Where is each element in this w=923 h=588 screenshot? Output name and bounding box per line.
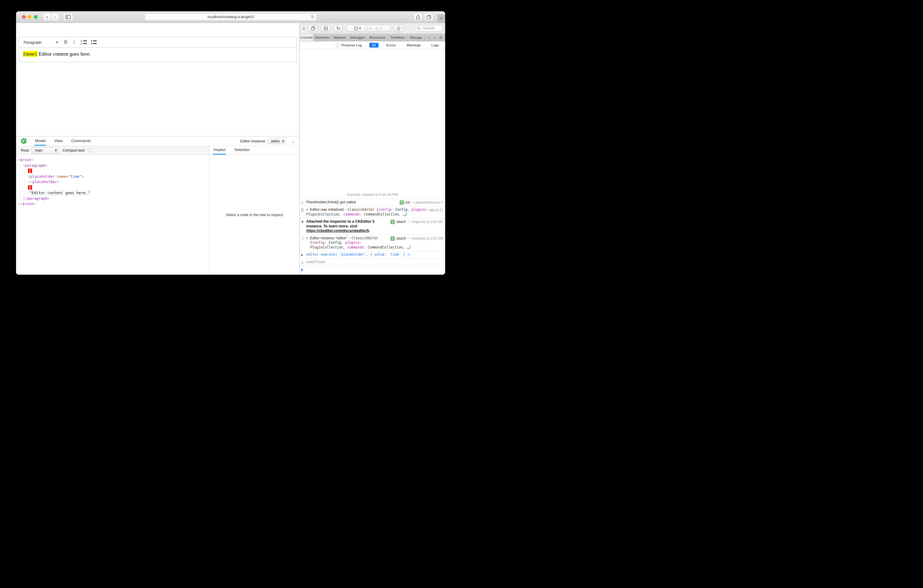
tab-timelines[interactable]: Timelines bbox=[388, 34, 407, 41]
tree-token: > bbox=[57, 179, 59, 184]
filter-logs[interactable]: Logs bbox=[429, 43, 442, 48]
source-location[interactable]: — inspector.js:133:182 bbox=[407, 220, 443, 225]
message-text: editor.execute( 'placeholder', { value: … bbox=[306, 252, 443, 257]
disclosure-expanded-icon[interactable] bbox=[301, 221, 304, 223]
text-segment: plugins bbox=[345, 240, 360, 245]
compact-text-checkbox[interactable] bbox=[88, 148, 92, 152]
message-line: {config: Config, plugins: bbox=[306, 240, 388, 245]
source-location[interactable]: — inspector.js:133:326 bbox=[407, 237, 443, 241]
minimize-window-button[interactable] bbox=[28, 15, 31, 19]
tab-selection[interactable]: Selection bbox=[234, 146, 250, 154]
tree-token: > bbox=[31, 158, 34, 162]
tab-inspect[interactable]: Inspect bbox=[213, 146, 226, 154]
console-message: Editor instance "editor" – ClassicEditor… bbox=[300, 235, 445, 251]
tab-console[interactable]: Console bbox=[300, 34, 314, 41]
tree-node[interactable]: [ bbox=[18, 168, 209, 174]
root-select[interactable]: main bbox=[31, 147, 58, 154]
editor-instance-select[interactable]: editor bbox=[268, 138, 286, 144]
web-inspector: × ↻ bbox=[299, 23, 445, 275]
dock-icon bbox=[324, 26, 328, 30]
message-gutter bbox=[301, 200, 306, 205]
tab-network[interactable]: Network bbox=[332, 34, 348, 41]
editor-editable-area[interactable]: {time} Editor content goes here. bbox=[19, 48, 297, 62]
window-content: Paragraph ▼ B I 1 2 {time} Editor c bbox=[16, 23, 445, 275]
placeholder-widget[interactable]: {time} bbox=[23, 51, 38, 57]
forward-button[interactable]: › bbox=[51, 13, 59, 21]
share-button[interactable] bbox=[414, 13, 422, 21]
tree-node[interactable]: <placeholder name="time"> bbox=[18, 174, 209, 179]
tree-token: = bbox=[66, 174, 68, 179]
function-name: init bbox=[405, 200, 410, 205]
tab-model[interactable]: Model bbox=[34, 136, 46, 146]
italic-button[interactable]: I bbox=[70, 39, 78, 45]
function-badge-icon: f bbox=[400, 200, 404, 205]
detach-inspector-button[interactable] bbox=[309, 25, 318, 32]
message-gutter bbox=[301, 236, 306, 240]
editor-text: Editor content goes here. bbox=[38, 51, 91, 57]
tree-token: name bbox=[55, 174, 66, 179]
add-tab-icon[interactable]: + bbox=[434, 36, 436, 39]
tree-node[interactable]: </$root> bbox=[18, 201, 209, 207]
new-tab-button[interactable]: + bbox=[437, 14, 445, 23]
close-inspector-button[interactable]: × bbox=[302, 26, 306, 31]
node-inspector-tabs: InspectSelection bbox=[209, 146, 299, 155]
paragraph-style-dropdown[interactable]: Paragraph ▼ bbox=[19, 40, 62, 44]
dock-side-button[interactable] bbox=[321, 25, 330, 32]
tab-commands[interactable]: Commands bbox=[71, 136, 91, 146]
root-label: Root: bbox=[21, 148, 30, 153]
tree-node[interactable]: ] bbox=[18, 185, 209, 191]
collapse-inspector-icon[interactable]: ⌄ bbox=[291, 138, 296, 144]
bold-button[interactable]: B bbox=[62, 39, 70, 45]
source-location[interactable]: — placeholderui.js:7 bbox=[411, 200, 443, 205]
gear-icon[interactable]: ⚙ bbox=[439, 35, 442, 39]
console-link[interactable]: https://ckeditor.com/docs/ckeditor5 bbox=[306, 228, 369, 233]
filter-errors[interactable]: Errors bbox=[384, 43, 399, 48]
console-result-icon bbox=[301, 261, 303, 264]
disclosure-collapsed-icon[interactable] bbox=[307, 209, 308, 211]
filter-all[interactable]: All bbox=[370, 43, 379, 48]
tab-resources[interactable]: Resources bbox=[367, 34, 388, 41]
tree-node[interactable]: </paragraph> bbox=[18, 196, 209, 202]
console-prompt-icon[interactable] bbox=[301, 268, 303, 271]
tree-node[interactable]: <$root> bbox=[18, 157, 209, 163]
tab-elements[interactable]: Elements bbox=[314, 34, 332, 41]
show-tabs-button[interactable] bbox=[424, 13, 433, 21]
list-bar bbox=[83, 40, 87, 41]
tab-debugger[interactable]: Debugger bbox=[348, 34, 367, 41]
back-button[interactable]: ‹ bbox=[43, 13, 51, 21]
root-value: main bbox=[35, 148, 43, 153]
message-line: editor.execute( 'placeholder', { value: … bbox=[306, 252, 443, 257]
function-name: attach bbox=[396, 220, 406, 225]
tab-view[interactable]: View bbox=[54, 136, 63, 146]
function-badge-icon: f bbox=[391, 237, 395, 241]
disclosure-collapsed-icon[interactable] bbox=[307, 237, 308, 239]
zoom-window-button[interactable] bbox=[34, 15, 38, 19]
url-text: localhost/creating-a-plugin2/ bbox=[207, 15, 254, 19]
address-bar[interactable]: localhost/creating-a-plugin2/ ↻ bbox=[145, 13, 317, 21]
reload-page-button[interactable]: ↻ bbox=[334, 25, 343, 32]
desktop: { "browser": { "url": "localhost/creatin… bbox=[0, 0, 462, 294]
list-bar bbox=[83, 43, 87, 44]
tree-node[interactable]: <paragraph> bbox=[18, 163, 209, 169]
bulleted-list-button[interactable] bbox=[91, 40, 97, 44]
source-location[interactable]: app.js:21 bbox=[429, 208, 443, 213]
close-window-button[interactable] bbox=[22, 15, 26, 19]
message-line: PlaceholderUI#init() got called bbox=[306, 200, 397, 205]
inspector-tabs: ModelViewCommands bbox=[34, 136, 99, 146]
tree-node[interactable]: "Editor content goes here." bbox=[18, 190, 209, 196]
sidebar-toggle-button[interactable] bbox=[63, 13, 73, 21]
browser-window: ‹ › localhost/creating-a-plugin2/ ↻ bbox=[16, 11, 445, 275]
search-field[interactable]: ▾ Search bbox=[415, 25, 442, 31]
numbered-list-button[interactable]: 1 2 bbox=[80, 40, 87, 44]
filter-warnings[interactable]: Warnings bbox=[404, 43, 424, 48]
more-tabs-icon[interactable]: » bbox=[428, 36, 430, 39]
preserve-log-checkbox[interactable] bbox=[336, 43, 339, 47]
reload-icon[interactable]: ↻ bbox=[311, 15, 314, 19]
paragraph-style-label: Paragraph bbox=[23, 40, 42, 44]
element-picker-button[interactable] bbox=[394, 25, 403, 32]
tree-node[interactable]: </placeholder> bbox=[18, 179, 209, 185]
message-line: PluginCollection, commands: CommandColle… bbox=[306, 212, 426, 217]
text-segment: { bbox=[376, 207, 379, 212]
tab-storage[interactable]: Storage bbox=[407, 34, 425, 41]
issues-summary[interactable]: 4 0 bbox=[347, 25, 391, 32]
